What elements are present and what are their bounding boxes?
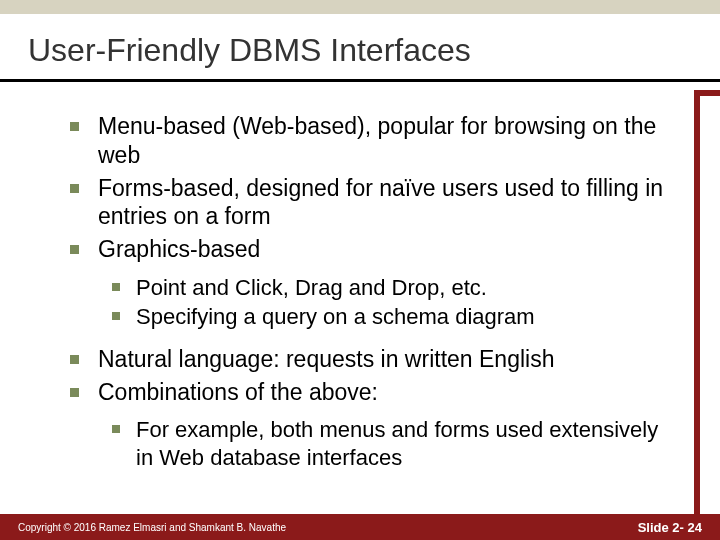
list-item: Specifying a query on a schema diagram [112,303,670,331]
list-item: For example, both menus and forms used e… [112,416,670,471]
list-item: Combinations of the above: [70,378,670,407]
bullet-list: Menu-based (Web-based), popular for brow… [70,112,670,264]
title-area: User-Friendly DBMS Interfaces [0,14,720,82]
slide-number: Slide 2- 24 [638,520,702,535]
list-item: Point and Click, Drag and Drop, etc. [112,274,670,302]
slide: User-Friendly DBMS Interfaces Menu-based… [0,0,720,540]
list-item: Forms-based, designed for naïve users us… [70,174,670,232]
list-item: Menu-based (Web-based), popular for brow… [70,112,670,170]
slide-title: User-Friendly DBMS Interfaces [28,32,692,69]
footer-bar: Copyright © 2016 Ramez Elmasri and Shamk… [0,514,720,540]
top-accent-bar [0,0,720,14]
sub-bullet-list: Point and Click, Drag and Drop, etc. Spe… [112,274,670,331]
list-item: Graphics-based [70,235,670,264]
bullet-list: Natural language: requests in written En… [70,345,670,407]
right-vertical-accent [694,96,700,514]
sub-bullet-list: For example, both menus and forms used e… [112,416,670,471]
copyright-text: Copyright © 2016 Ramez Elmasri and Shamk… [18,522,286,533]
slide-body: Menu-based (Web-based), popular for brow… [0,82,720,495]
list-item: Natural language: requests in written En… [70,345,670,374]
